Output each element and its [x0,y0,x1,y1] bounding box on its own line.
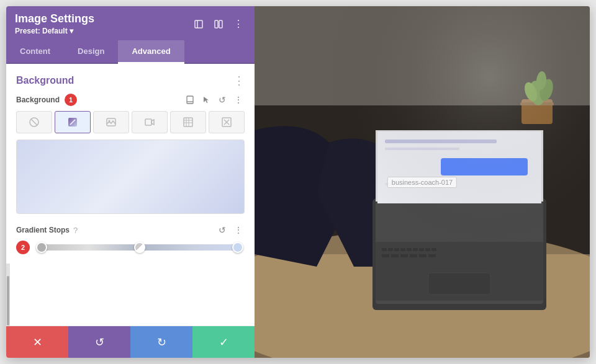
right-panel: business-coach-017 [255,6,590,358]
svg-rect-3 [219,20,222,28]
scrollbar-thumb [7,276,9,326]
more-options-icon[interactable]: ⋮ [231,17,246,32]
tab-content[interactable]: Content [6,40,64,64]
svg-rect-11 [145,119,151,125]
gradient-stops-label-group: Gradient Stops ? [16,226,78,235]
confirm-button[interactable]: ✓ [192,326,255,358]
canvas-label: business-coach-017 [387,177,457,188]
badge-2: 2 [16,241,30,254]
gradient-thumb-left[interactable] [36,242,47,253]
bg-type-mask[interactable] [209,111,245,133]
gradient-slider-container[interactable] [37,241,242,254]
section-title: Background [16,75,74,86]
split-icon[interactable] [211,17,226,32]
bg-type-none[interactable] [16,111,52,133]
gradient-stops-row: Gradient Stops ? ↺ ⋮ [16,224,245,236]
badge-1: 1 [65,94,77,106]
bg-type-row [16,111,245,133]
undo-button[interactable]: ↺ [68,326,130,358]
bg-label-left: Background 1 [16,94,77,106]
svg-rect-0 [195,20,202,28]
bg-label-text: Background [16,95,60,104]
svg-rect-12 [184,118,192,127]
left-panel: Image Settings Preset: Default ▾ [6,6,255,358]
gradient-slider-track [37,244,242,251]
resize-icon[interactable] [191,17,206,32]
bg-type-video[interactable] [132,111,168,133]
svg-line-7 [31,119,37,125]
gradient-stops-icons: ↺ ⋮ [216,224,245,236]
bg-label-icons: ↺ ⋮ [184,94,245,106]
cancel-button[interactable]: ✕ [6,326,68,358]
bg-type-pattern[interactable] [170,111,206,133]
action-bar: ✕ ↺ ↻ ✓ [6,326,255,358]
scrollbar [6,264,10,326]
svg-rect-2 [215,20,218,28]
reset-icon[interactable]: ↺ [216,94,228,106]
tabs-row: Content Design Advanced [6,40,255,64]
cursor-icon[interactable] [200,94,212,106]
main-wrapper: Image Settings Preset: Default ▾ [6,6,590,358]
panel-title: Image Settings [15,12,94,25]
section-title-row: Background ⋮ [16,74,245,87]
panel-title-group: Image Settings Preset: Default ▾ [15,12,94,35]
gradient-help-icon[interactable]: ? [73,226,78,235]
panel-header: Image Settings Preset: Default ▾ [6,6,255,40]
gradient-more-icon[interactable]: ⋮ [232,224,245,236]
svg-point-10 [109,120,111,122]
panel-preset: Preset: Default ▾ [15,27,94,35]
gradient-preview [16,140,245,214]
gradient-slider-wrapper: 2 [35,241,245,254]
gradient-thumb-right[interactable] [232,242,243,253]
svg-rect-4 [187,96,193,104]
bg-more-icon[interactable]: ⋮ [232,94,245,106]
section-more-icon[interactable]: ⋮ [233,74,245,87]
tab-advanced[interactable]: Advanced [118,40,184,64]
mobile-view-icon[interactable] [184,94,196,106]
gradient-thumb-mid[interactable] [134,242,145,253]
bg-label-row: Background 1 ↺ [16,94,245,106]
gradient-reset-icon[interactable]: ↺ [216,224,228,236]
panel-body: Background ⋮ Background 1 [6,64,255,264]
tab-design[interactable]: Design [64,40,118,64]
gradient-stops-label: Gradient Stops [16,226,70,234]
bg-type-image[interactable] [93,111,129,133]
redo-button[interactable]: ↻ [130,326,192,358]
header-icons-group: ⋮ [191,17,246,32]
preset-value[interactable]: Default [42,27,68,35]
bg-type-gradient[interactable] [55,111,91,133]
